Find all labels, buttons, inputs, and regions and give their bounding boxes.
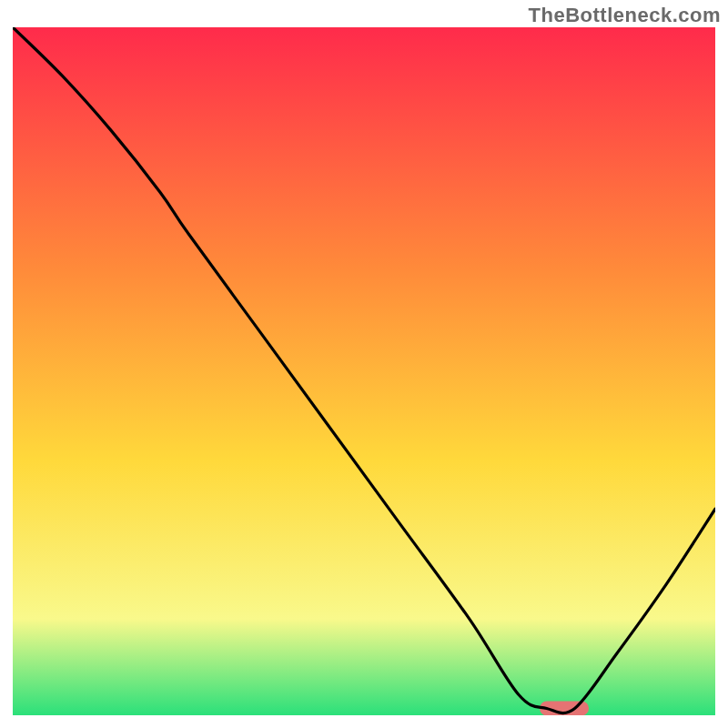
chart-background [13,27,715,715]
bottleneck-chart [13,27,715,715]
watermark-text: TheBottleneck.com [529,4,721,27]
